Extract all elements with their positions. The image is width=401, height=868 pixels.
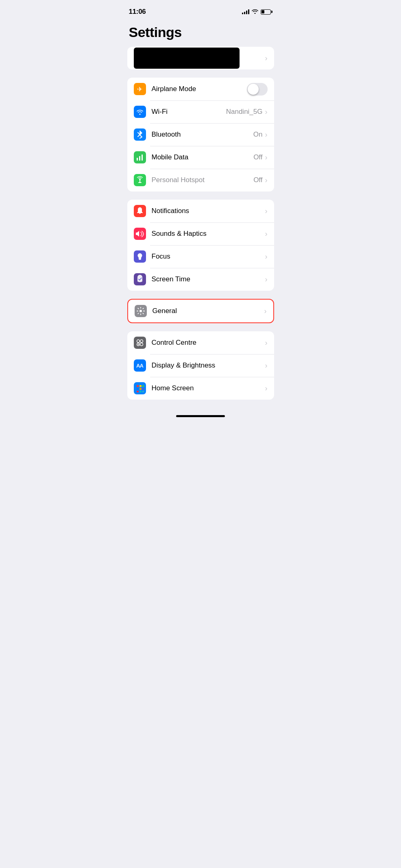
personal-hotspot-chevron-icon: › bbox=[265, 176, 268, 185]
bluetooth-label: Bluetooth bbox=[152, 131, 253, 139]
screen-time-icon bbox=[134, 273, 146, 285]
general-icon bbox=[135, 305, 147, 317]
general-label: General bbox=[153, 307, 264, 315]
airplane-mode-label: Airplane Mode bbox=[152, 85, 247, 93]
control-centre-chevron-icon: › bbox=[265, 339, 268, 347]
personal-hotspot-row[interactable]: Personal Hotspot Off › bbox=[127, 169, 274, 191]
bluetooth-chevron-icon: › bbox=[265, 131, 268, 139]
svg-rect-13 bbox=[139, 388, 142, 390]
sounds-haptics-chevron-icon: › bbox=[265, 230, 268, 238]
connectivity-section: ✈ Airplane Mode Wi-Fi Nandini_5G › bbox=[127, 78, 274, 191]
home-screen-label: Home Screen bbox=[152, 384, 265, 392]
profile-row[interactable]: › bbox=[127, 47, 274, 70]
mobile-data-label: Mobile Data bbox=[152, 153, 254, 161]
page-title: Settings bbox=[121, 20, 281, 47]
wifi-value: Nandini_5G bbox=[226, 108, 263, 116]
general-section-highlighted: General › bbox=[127, 299, 274, 323]
svg-rect-10 bbox=[139, 385, 142, 387]
svg-point-5 bbox=[140, 340, 143, 343]
control-centre-icon bbox=[134, 337, 146, 349]
wifi-icon bbox=[134, 106, 146, 118]
airplane-mode-toggle[interactable] bbox=[247, 83, 268, 96]
bluetooth-value: On bbox=[253, 131, 263, 139]
personal-hotspot-label: Personal Hotspot bbox=[152, 176, 254, 184]
status-time: 11:06 bbox=[129, 8, 146, 16]
home-indicator-bar bbox=[176, 415, 225, 417]
display-brightness-row[interactable]: AA Display & Brightness › bbox=[127, 354, 274, 377]
notifications-chevron-icon: › bbox=[265, 207, 268, 215]
general-chevron-icon: › bbox=[264, 307, 267, 315]
wifi-row[interactable]: Wi-Fi Nandini_5G › bbox=[127, 100, 274, 123]
wifi-label: Wi-Fi bbox=[152, 108, 226, 116]
svg-rect-0 bbox=[137, 158, 138, 161]
signal-bars-icon bbox=[242, 9, 249, 14]
profile-section: › bbox=[127, 47, 274, 70]
signal-bar-4 bbox=[248, 9, 249, 14]
svg-rect-8 bbox=[137, 344, 139, 345]
battery-status-icon bbox=[261, 9, 272, 15]
svg-rect-16 bbox=[139, 391, 142, 392]
focus-row[interactable]: Focus › bbox=[127, 245, 274, 268]
bluetooth-row[interactable]: Bluetooth On › bbox=[127, 123, 274, 146]
control-centre-label: Control Centre bbox=[152, 339, 265, 347]
airplane-mode-toggle-knob bbox=[248, 84, 259, 95]
home-screen-row[interactable]: Home Screen › bbox=[127, 377, 274, 400]
sounds-haptics-icon bbox=[134, 228, 146, 240]
home-indicator-area bbox=[121, 408, 281, 425]
display-section: Control Centre › AA Display & Brightness… bbox=[127, 331, 274, 400]
general-row[interactable]: General › bbox=[128, 300, 273, 322]
display-brightness-chevron-icon: › bbox=[265, 361, 268, 370]
svg-point-4 bbox=[137, 340, 139, 343]
svg-rect-15 bbox=[137, 391, 139, 392]
mobile-data-row[interactable]: Mobile Data Off › bbox=[127, 146, 274, 169]
signal-bar-2 bbox=[244, 12, 245, 14]
sounds-haptics-row[interactable]: Sounds & Haptics › bbox=[127, 222, 274, 245]
display-brightness-label: Display & Brightness bbox=[152, 361, 265, 370]
notifications-label: Notifications bbox=[152, 207, 265, 215]
notifications-icon bbox=[134, 205, 146, 217]
status-icons bbox=[242, 9, 272, 15]
mobile-data-value: Off bbox=[253, 153, 262, 161]
focus-label: Focus bbox=[152, 252, 265, 261]
profile-chevron-icon: › bbox=[265, 54, 268, 63]
sounds-haptics-label: Sounds & Haptics bbox=[152, 230, 265, 238]
screen-time-chevron-icon: › bbox=[265, 275, 268, 284]
svg-rect-1 bbox=[139, 156, 140, 161]
profile-avatar-redacted bbox=[134, 48, 240, 69]
display-brightness-icon: AA bbox=[134, 359, 146, 372]
svg-point-7 bbox=[140, 343, 143, 346]
control-centre-row[interactable]: Control Centre › bbox=[127, 331, 274, 354]
screen-time-row[interactable]: Screen Time › bbox=[127, 268, 274, 291]
status-bar: 11:06 bbox=[121, 0, 281, 20]
home-screen-chevron-icon: › bbox=[265, 384, 268, 393]
home-screen-icon bbox=[134, 382, 146, 394]
svg-rect-14 bbox=[142, 388, 144, 390]
svg-rect-17 bbox=[142, 391, 144, 392]
svg-point-3 bbox=[139, 310, 142, 312]
notifications-section: Notifications › Sounds & Haptics › Focus… bbox=[127, 200, 274, 291]
wifi-status-icon bbox=[252, 9, 258, 15]
svg-rect-9 bbox=[137, 385, 139, 387]
focus-chevron-icon: › bbox=[265, 252, 268, 261]
wifi-chevron-icon: › bbox=[265, 108, 268, 116]
svg-rect-2 bbox=[142, 154, 143, 161]
signal-bar-3 bbox=[246, 11, 247, 14]
signal-bar-1 bbox=[242, 13, 243, 14]
airplane-mode-icon: ✈ bbox=[134, 83, 146, 95]
personal-hotspot-value: Off bbox=[253, 176, 262, 184]
bluetooth-icon bbox=[134, 128, 146, 141]
focus-icon bbox=[134, 250, 146, 263]
mobile-data-chevron-icon: › bbox=[265, 153, 268, 162]
screen-time-label: Screen Time bbox=[152, 275, 265, 283]
svg-rect-11 bbox=[142, 385, 144, 387]
svg-rect-12 bbox=[137, 388, 139, 390]
personal-hotspot-icon bbox=[134, 174, 146, 186]
mobile-data-icon bbox=[134, 151, 146, 163]
airplane-mode-row[interactable]: ✈ Airplane Mode bbox=[127, 78, 274, 100]
notifications-row[interactable]: Notifications › bbox=[127, 200, 274, 222]
